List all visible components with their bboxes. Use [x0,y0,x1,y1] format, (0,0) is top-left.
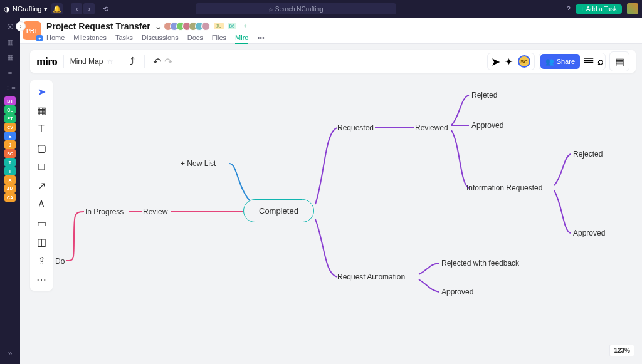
workspace-chip[interactable]: SC [4,149,16,158]
mindmap-node-reviewed[interactable]: Reviewed [415,123,448,132]
redo-icon: ↷ [164,56,172,68]
mindmap-node-completed[interactable]: Completed [243,199,314,222]
project-tag: JU [214,23,224,29]
project-title: Project Request Transfer [46,21,150,31]
mindmap-node-in-progress[interactable]: In Progress [85,207,124,216]
mindmap-node-rejeted[interactable]: Rejeted [471,91,497,100]
history-button[interactable]: ⟲ [103,5,108,13]
tab-docs[interactable]: Docs [187,34,203,44]
workspace-switcher[interactable]: ◑ NCrafting ▾ [4,5,48,13]
cursor-icon[interactable]: ➤ [492,56,500,68]
workspace-chip[interactable]: CA [4,193,16,202]
miro-logo: miro [36,55,57,68]
mindmap-connectors [30,75,636,358]
help-button[interactable]: ? [567,5,571,13]
tab-miro[interactable]: Miro [235,34,248,44]
mindmap-node-approved-1[interactable]: Approved [471,121,503,130]
miro-canvas[interactable]: Do In Progress Review + New List Complet… [30,75,636,358]
mindmap-node-rejected-feedback[interactable]: Rejected with feedback [441,259,519,268]
upload-icon: ⤴ [130,56,135,67]
add-task-label: Add a Task [586,6,617,13]
chevron-down-icon: ▾ [44,5,48,13]
workspace-chip[interactable]: A [4,175,16,184]
tab-home[interactable]: Home [46,34,65,44]
plus-icon: + [581,6,584,13]
app-logo-icon: ◑ [4,5,10,13]
project-avatar-group[interactable] [166,22,210,31]
workspace-name: NCrafting [13,5,41,13]
history-icon: ⟲ [103,5,108,13]
mindmap-node-info-requested[interactable]: Information Requested [466,184,542,192]
mindmap-node-rejected-2[interactable]: Rejected [573,150,603,159]
share-label: Share [557,58,575,65]
nav-back-button[interactable]: ‹ [71,3,82,14]
export-button[interactable]: ⤴ [127,56,138,67]
search-placeholder: Search NCrafting [275,6,324,13]
project-header: PRT Project Request Transfer ⌄ JU 86 ✦ H… [20,18,642,44]
rail-calendar-icon[interactable]: ▦ [4,51,16,63]
mindmap-node-new-list[interactable]: + New List [181,159,216,168]
star-icon[interactable]: ☆ [107,57,113,66]
share-button[interactable]: 👥 Share [540,54,580,69]
undo-icon: ↶ [153,56,161,68]
panel-icon: ▤ [615,56,624,68]
project-tabs: HomeMilestonesTasksDiscussionsDocsFilesM… [46,34,265,44]
workspace-chip[interactable]: CV [4,123,16,132]
mindmap-node-review[interactable]: Review [143,207,167,216]
global-search[interactable]: ⌕ Search NCrafting [196,3,396,14]
tab-more[interactable]: ••• [257,34,265,44]
search-icon[interactable]: ⌕ [597,56,604,67]
workspace-chip[interactable]: T [4,167,16,175]
top-app-bar: ◑ NCrafting ▾ 🔔 ‹ › ⟲ ⌕ Search NCrafting… [0,0,642,18]
reactions-icon[interactable]: ✦ [505,56,513,68]
workspace-sidebar: ⦿ ▥ ▦ ≡ ⋮≡ BTCLPTCVEJSCTTAAMCA » [0,18,20,364]
project-tag: 86 [228,23,237,29]
rail-list-icon[interactable]: ≡ [4,66,16,78]
workspace-chip[interactable]: T [4,158,16,167]
workspace-chip[interactable]: E [4,132,16,140]
tab-tasks[interactable]: Tasks [115,34,133,44]
mindmap-node-do[interactable]: Do [55,257,65,266]
mindmap-node-requested[interactable]: Requested [337,123,374,132]
mindmap-node-approved-2[interactable]: Approved [573,229,605,237]
rail-reports-icon[interactable]: ▥ [4,36,16,48]
tab-discussions[interactable]: Discussions [142,34,179,44]
miro-toolbar: miro Mind Map ☆ ⤴ ↶ ↷ ➤ ✦ SC 👥 Share 𝍢 ⌕… [30,50,636,73]
mindmap-node-request-automation[interactable]: Request Automation [337,273,405,281]
workspace-chip[interactable]: J [4,140,16,149]
rail-expand-button[interactable]: » [8,349,13,358]
undo-button[interactable]: ↶ [151,56,162,67]
zoom-level[interactable]: 123% [609,345,634,356]
sparkle-icon: ✦ [243,23,248,29]
rail-tasks-icon[interactable]: ⋮≡ [4,81,16,93]
search-icon: ⌕ [269,6,273,13]
panel-toggle-button[interactable]: ▤ [609,51,629,71]
presence-avatar[interactable]: SC [518,55,530,68]
rail-home-icon[interactable]: ⦿ [4,21,16,33]
settings-icon[interactable]: 𝍢 [584,55,594,68]
workspace-chip[interactable]: AM [4,184,16,193]
chevron-down-icon[interactable]: ⌄ [154,20,162,32]
redo-button[interactable]: ↷ [162,56,174,67]
notifications-button[interactable]: 🔔 [51,3,63,14]
sidebar-expand-toggle[interactable]: › [16,21,26,31]
mindmap-node-approved-3[interactable]: Approved [441,288,473,296]
chevron-right-icon: › [88,5,91,13]
people-icon: 👥 [545,58,554,66]
current-user-avatar[interactable] [627,3,638,14]
board-name[interactable]: Mind Map [70,57,103,66]
nav-forward-button[interactable]: › [83,3,95,14]
workspace-chip[interactable]: PT [4,114,16,123]
add-task-button[interactable]: + Add a Task [576,4,622,14]
tab-files[interactable]: Files [212,34,226,44]
workspace-chip[interactable]: CL [4,105,16,114]
bell-icon: 🔔 [53,5,61,13]
tab-milestones[interactable]: Milestones [73,34,107,44]
chevron-left-icon: ‹ [76,5,78,13]
workspace-chip[interactable]: BT [4,96,16,105]
